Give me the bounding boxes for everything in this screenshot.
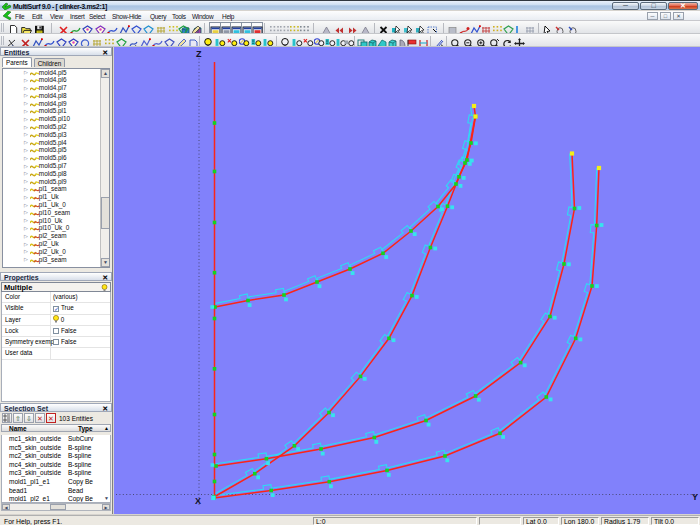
- svg-text:X: X: [195, 496, 201, 506]
- svg-text:Z: Z: [196, 49, 202, 59]
- svg-text:Y: Y: [692, 492, 698, 502]
